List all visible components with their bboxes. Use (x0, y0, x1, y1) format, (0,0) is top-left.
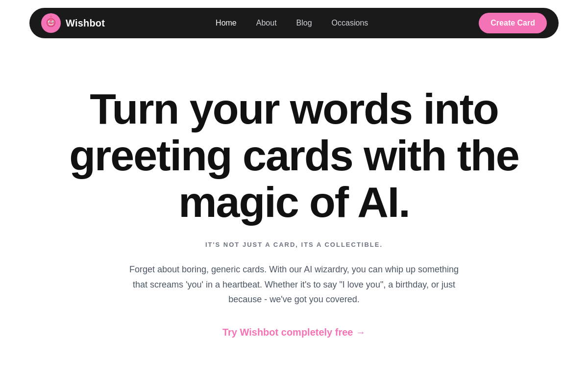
logo-link[interactable]: Wishbot (41, 13, 105, 33)
svg-point-6 (52, 22, 53, 23)
nav-link-home[interactable]: Home (216, 19, 237, 27)
hero-tagline: IT'S NOT JUST A CARD, ITS A COLLECTIBLE. (59, 241, 529, 248)
hero-headline: Turn your words into greeting cards with… (59, 85, 529, 225)
svg-point-8 (50, 16, 52, 18)
nav-item-home[interactable]: Home (216, 19, 237, 27)
nav-item-about[interactable]: About (256, 19, 277, 27)
nav-link-about[interactable]: About (256, 19, 277, 27)
svg-point-5 (49, 22, 50, 23)
nav-links: Home About Blog Occasions (216, 19, 368, 27)
hero-section: Turn your words into greeting cards with… (0, 46, 588, 368)
create-card-button[interactable]: Create Card (479, 13, 547, 33)
logo-text: Wishbot (66, 18, 105, 29)
hero-description: Forget about boring, generic cards. With… (122, 262, 466, 307)
nav-item-blog[interactable]: Blog (296, 19, 312, 27)
hero-cta-link[interactable]: Try Wishbot completely free → (222, 327, 366, 338)
nav-link-occasions[interactable]: Occasions (332, 19, 368, 27)
logo-icon (41, 13, 61, 33)
svg-point-2 (47, 19, 55, 26)
nav-link-blog[interactable]: Blog (296, 19, 312, 27)
navbar: Wishbot Home About Blog Occasions Create… (29, 8, 559, 38)
nav-item-occasions[interactable]: Occasions (332, 19, 368, 27)
